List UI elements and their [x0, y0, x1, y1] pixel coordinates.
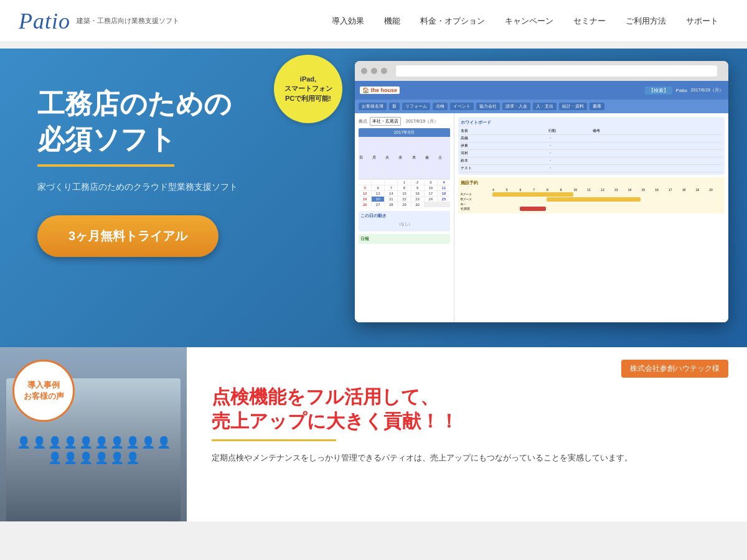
case-underline: [212, 439, 336, 441]
board-col-name: 名前: [461, 128, 547, 134]
sch-col-1: 4: [492, 188, 505, 192]
board-action-4: ・: [548, 158, 591, 164]
case-title-line1: 点検機能をフル活用して、: [212, 385, 722, 409]
board-note-2: [593, 143, 722, 149]
board-note-1: [593, 136, 722, 141]
cal-day: 3: [425, 180, 437, 185]
sch-row-label-2: Bブース: [461, 197, 492, 202]
person-icon-14: 👤: [95, 451, 108, 465]
cal-day: 21: [385, 197, 397, 202]
branch-value: 本社・広尾店: [370, 117, 401, 126]
schedule-grid: 4 5 6 7 8 9 10 11 12 13 14 15 16: [461, 188, 722, 211]
board-row-5: テスト ・: [461, 165, 722, 172]
board-name-4: 鈴木: [461, 158, 547, 164]
cal-day: 26: [359, 202, 371, 207]
sch-col-9: 12: [601, 188, 614, 192]
board-row-4: 鈴木 ・: [461, 157, 722, 165]
cal-day: 7: [385, 185, 397, 190]
person-icon-1: 👤: [17, 436, 31, 449]
cal-day: 27: [372, 202, 384, 207]
hero-content: 工務店のための 必須ソフト 家づくり工務店のためのクラウド型業務支援ソフト 3ヶ…: [37, 86, 238, 257]
person-icon-16: 👤: [126, 451, 139, 465]
branch-selector: 拠点 本社・広尾店 2017/6/19（月）: [359, 117, 450, 126]
tagline: 建築・工務店向け業務支援ソフト: [77, 16, 179, 26]
browser-screen: 🏠 the house 【検索】 Patio 2017/6/19（月） お客様名…: [355, 81, 728, 322]
browser-bar: [355, 61, 728, 81]
person-icon-11: 👤: [48, 451, 62, 465]
nav-introduction[interactable]: 導入効果: [322, 0, 374, 42]
nav-support[interactable]: サポート: [676, 0, 728, 42]
cal-day: 29: [398, 202, 410, 207]
sch-col-7: 10: [574, 188, 587, 192]
cal-day: 1: [398, 180, 410, 185]
calendar-title: 2017年6月: [359, 128, 450, 137]
cal-day: 17: [425, 191, 437, 196]
app-nav-btn-9: 給計・資料: [559, 103, 587, 110]
sch-col-11: 14: [628, 188, 641, 192]
cal-header-tue: 火: [385, 137, 397, 179]
board-row-2: 伊東 ・: [461, 142, 722, 150]
board-name-5: テスト: [461, 166, 547, 171]
nav-campaign[interactable]: キャンペーン: [495, 0, 563, 42]
app-nav-btn-7: 請求・入金: [502, 103, 530, 110]
cal-day: 6: [372, 185, 384, 190]
nav-pricing[interactable]: 料金・オプション: [410, 0, 495, 42]
ipad-badge-line3: PCで利用可能!: [285, 94, 331, 103]
sch-row-label-3: A一: [461, 202, 492, 206]
sch-col-4: 7: [533, 188, 546, 192]
browser-url-bar: [396, 65, 717, 77]
hero-title: 工務店のための 必須ソフト: [37, 86, 238, 157]
sch-row-label-1: Aブース: [461, 192, 492, 197]
today-tasks-none: （なし）: [360, 219, 448, 230]
sch-empty-6: [547, 207, 722, 211]
cal-header-sun: 日: [359, 137, 371, 179]
sch-col-3: 6: [520, 188, 533, 192]
case-title-line2: 売上アップに大きく貢献！！: [212, 409, 722, 433]
app-left-panel: 拠点 本社・広尾店 2017/6/19（月） 2017年6月 日 月 火 水 木: [355, 113, 454, 322]
app-nav-btn-1: お客様名簿: [359, 103, 387, 110]
sch-col-15: 18: [682, 188, 695, 192]
browser-mockup: 🏠 the house 【検索】 Patio 2017/6/19（月） お客様名…: [355, 61, 728, 322]
trial-button[interactable]: 3ヶ月無料トライアル: [37, 215, 218, 257]
nav-seminar[interactable]: セミナー: [563, 0, 616, 42]
person-icon-8: 👤: [126, 436, 139, 449]
calendar-grid: 日 月 火 水 木 金 土 1 2 3: [359, 137, 450, 207]
case-title: 点検機能をフル活用して、 売上アップに大きく貢献！！: [212, 385, 722, 433]
cal-day: 11: [438, 185, 450, 190]
cal-day: 4: [438, 180, 450, 185]
app-topbar: 🏠 the house 【検索】 Patio 2017/6/19（月）: [355, 81, 728, 100]
sch-col-14: 17: [669, 188, 682, 192]
cal-day: 15: [398, 191, 410, 196]
sch-bar-3: [520, 207, 547, 211]
person-icon-4: 👤: [63, 436, 77, 449]
logo[interactable]: Patio: [19, 8, 70, 34]
cal-day: 2: [411, 180, 424, 185]
sch-empty-4: [492, 202, 722, 206]
cal-day: 22: [398, 197, 410, 202]
logo-area: Patio 建築・工務店向け業務支援ソフト: [19, 8, 193, 34]
sch-empty-3: [641, 197, 722, 202]
cal-day: 24: [425, 197, 437, 202]
person-icon-9: 👤: [141, 436, 155, 449]
sch-empty-2: [492, 197, 546, 202]
people-icons: 👤 👤 👤 👤 👤 👤 👤 👤 👤 👤 👤 👤 👤 👤 👤 👤: [6, 429, 181, 471]
app-nav-bar: お客様名簿 新 リフォーム 点検 イベント 協力会社 請求・入金 入・支出 給計…: [355, 100, 728, 113]
case-left: 導入事例 お客様の声 👤 👤 👤 👤 👤 👤 👤 👤 👤 👤 👤: [0, 347, 187, 521]
cal-header-mon: 月: [372, 137, 384, 179]
cal-day: 9: [411, 185, 424, 190]
ipad-badge-line2: スマートフォン: [284, 84, 332, 93]
case-section: 導入事例 お客様の声 👤 👤 👤 👤 👤 👤 👤 👤 👤 👤 👤: [0, 347, 747, 521]
hero-title-line1: 工務店のための: [37, 86, 238, 121]
ipad-badge-line1: iPad,: [300, 75, 316, 84]
person-icon-6: 👤: [95, 436, 108, 449]
cal-header-thu: 木: [411, 137, 424, 179]
sch-label-empty: [461, 188, 492, 192]
board-note-4: [593, 158, 722, 164]
app-content: 拠点 本社・広尾店 2017/6/19（月） 2017年6月 日 月 火 水 木: [355, 113, 728, 322]
nav-howto[interactable]: ご利用方法: [616, 0, 676, 42]
person-icon-13: 👤: [79, 451, 93, 465]
app-nav-btn-2: 新: [389, 103, 400, 110]
case-badge-line1: 導入事例: [27, 380, 60, 391]
app-nav-btn-8: 入・支出: [533, 103, 557, 110]
nav-features[interactable]: 機能: [374, 0, 410, 42]
